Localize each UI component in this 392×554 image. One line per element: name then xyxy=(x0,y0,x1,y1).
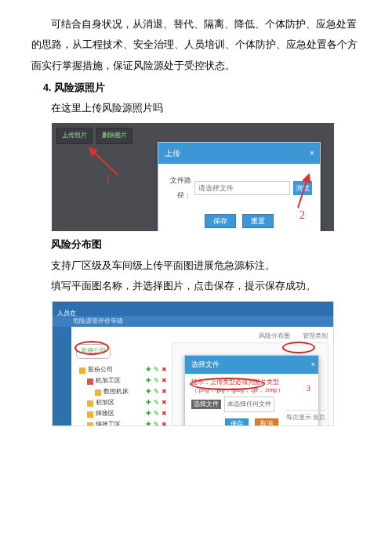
node-icon xyxy=(87,411,93,418)
tab-distribution[interactable]: 风险分布图 xyxy=(256,330,292,343)
heading-4: 4. 风险源照片 xyxy=(31,78,361,98)
screenshot-distribution-map: 人员在 危险源管评价等级 风险分布图 管理类别 新增公司 股份公司✚✎✖机加工区… xyxy=(52,301,334,426)
cancel-button[interactable]: 取消 xyxy=(255,418,278,426)
selected-file-label: 未选择任何文件 xyxy=(224,396,274,412)
dialog-titlebar: 上传 × xyxy=(158,143,320,164)
choose-file-button[interactable]: 选择文件 xyxy=(191,400,221,409)
close-icon[interactable]: × xyxy=(307,145,317,161)
delete-photo-button[interactable]: 删除图片 xyxy=(96,128,132,144)
pager-text: 每页显示 首页 xyxy=(286,410,325,424)
edit-icon[interactable]: ✎ xyxy=(154,418,159,426)
close-icon[interactable]: × xyxy=(311,357,315,372)
svg-line-0 xyxy=(89,148,118,175)
node-label: 焊接工区 xyxy=(96,418,143,426)
paragraph: 填写平面图名称，并选择图片，点击保存，提示保存成功。 xyxy=(31,276,361,296)
file-path-label: 文件路径： xyxy=(166,173,191,203)
arrow-icon xyxy=(83,145,121,178)
paragraph: 可结合自身状况，从消退、替代、隔离、降低、个体防护、应急处置的思路，从工程技术、… xyxy=(31,14,361,76)
reset-button[interactable]: 重置 xyxy=(242,214,274,228)
app-header: 人员在 xyxy=(53,302,333,316)
dialog-title: 上传 xyxy=(165,145,180,161)
node-icon xyxy=(95,389,101,396)
node-icon xyxy=(79,368,85,374)
org-tree: 新增公司 股份公司✚✎✖机加工区✚✎✖数控机床✚✎✖初加区✚✎✖焊接区✚✎✖焊接… xyxy=(74,344,167,426)
save-button[interactable]: 保存 xyxy=(225,418,249,426)
tab-strip: 风险分布图 管理类别 xyxy=(256,330,330,343)
save-button[interactable]: 保存 xyxy=(205,214,236,228)
main-area: 风险分布图 管理类别 新增公司 股份公司✚✎✖机加工区✚✎✖数控机床✚✎✖初加区… xyxy=(71,327,333,425)
upload-photo-button[interactable]: 上传照片 xyxy=(56,128,93,144)
callout-ring xyxy=(74,341,109,355)
tab-manage-category[interactable]: 管理类别 xyxy=(300,330,330,343)
screenshot-upload-photo: 上传照片 删除图片 1 上传 × 文件路径： 浏览 保存 重置 2 xyxy=(52,123,334,231)
tree-item[interactable]: 焊接工区✚✎✖ xyxy=(74,420,167,426)
delete-icon[interactable]: ✖ xyxy=(162,418,167,426)
add-icon[interactable]: ✚ xyxy=(146,418,151,426)
callout-number-3: 3 xyxy=(307,379,311,397)
file-path-input[interactable] xyxy=(194,181,290,195)
node-icon xyxy=(87,378,93,385)
node-icon xyxy=(87,422,93,426)
dialog-title: 选择文件 xyxy=(191,357,220,372)
breadcrumb: 危险源管评价等级 xyxy=(53,316,333,327)
paragraph: 支持厂区级及车间级上传平面图进展危急源标注。 xyxy=(31,255,361,276)
paragraph: 在这里上传风险源照片吗 xyxy=(31,98,361,118)
callout-number-2: 2 xyxy=(299,204,305,226)
node-icon xyxy=(87,400,93,407)
callout-ring xyxy=(190,378,265,390)
toolbar: 上传照片 删除图片 xyxy=(56,128,132,144)
side-nav xyxy=(53,327,71,425)
callout-number-1: 1 xyxy=(105,168,111,191)
callout-ring xyxy=(282,342,315,353)
heading-5: 风险分布图 xyxy=(31,234,361,255)
